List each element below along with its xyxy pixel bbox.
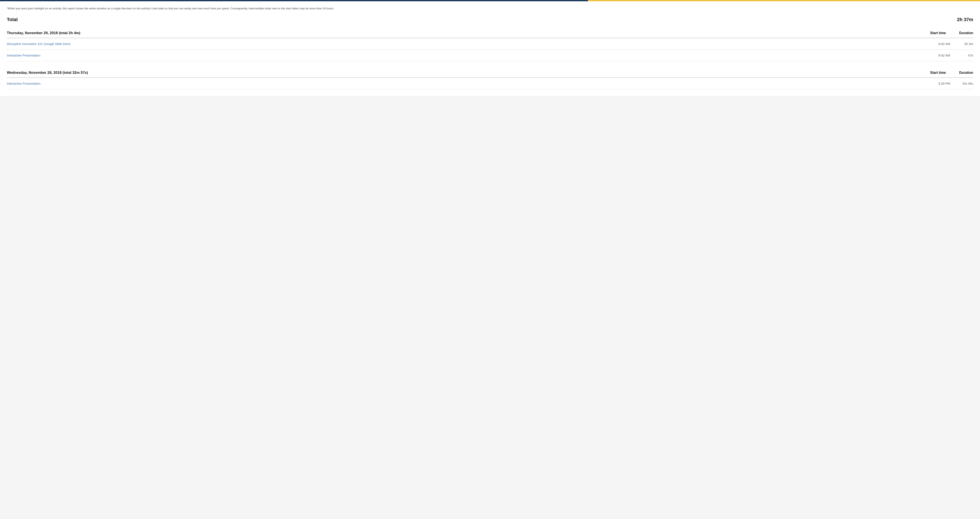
activity-row-0-1: Interactive Presentation9:42 AM47s — [7, 50, 973, 61]
total-label: Total — [7, 17, 18, 22]
total-value: 2h 37m — [957, 17, 973, 22]
activity-start-0-0: 9:42 AM — [933, 42, 950, 46]
activity-row-0-0: Disruptive Innovation 101 Google Slide D… — [7, 38, 973, 50]
activity-right-0-0: 9:42 AM2h 3m — [933, 42, 973, 46]
activity-name-1-0[interactable]: Interactive Presentation — [7, 82, 41, 85]
activity-row-1-0: Interactive Presentation3:29 PM5m 45s — [7, 78, 973, 89]
activity-right-0-1: 9:42 AM47s — [933, 54, 973, 57]
activity-start-1-0: 3:29 PM — [933, 82, 950, 85]
activity-duration-1-0: 5m 45s — [960, 82, 973, 85]
day-columns-0: Start timeDuration — [929, 31, 973, 35]
day-header-1: Wednesday, November 28, 2018 (total 32m … — [7, 67, 973, 78]
duration-header-0: Duration — [956, 31, 973, 35]
activity-right-1-0: 3:29 PM5m 45s — [933, 82, 973, 85]
disclaimer-text: *When you work past midnight on an activ… — [7, 6, 973, 11]
start-time-header-0: Start time — [929, 31, 946, 35]
duration-header-1: Duration — [956, 71, 973, 75]
day-section-1: Wednesday, November 28, 2018 (total 32m … — [7, 67, 973, 89]
main-content: *When you work past midnight on an activ… — [0, 1, 980, 96]
day-spacer — [7, 61, 973, 65]
day-title-0: Thursday, November 29, 2018 (total 2h 4m… — [7, 31, 80, 35]
activity-name-0-0[interactable]: Disruptive Innovation 101 Google Slide D… — [7, 42, 70, 46]
day-section-0: Thursday, November 29, 2018 (total 2h 4m… — [7, 27, 973, 65]
start-time-header-1: Start time — [929, 71, 946, 75]
activity-duration-0-0: 2h 3m — [960, 42, 973, 46]
day-header-0: Thursday, November 29, 2018 (total 2h 4m… — [7, 27, 973, 38]
activity-start-0-1: 9:42 AM — [933, 54, 950, 57]
days-container: Thursday, November 29, 2018 (total 2h 4m… — [7, 27, 973, 89]
activity-duration-0-1: 47s — [960, 54, 973, 57]
total-row: Total 2h 37m — [7, 17, 973, 22]
activity-name-0-1[interactable]: Interactive Presentation — [7, 54, 41, 57]
day-title-1: Wednesday, November 28, 2018 (total 32m … — [7, 71, 88, 75]
day-columns-1: Start timeDuration — [929, 71, 973, 75]
